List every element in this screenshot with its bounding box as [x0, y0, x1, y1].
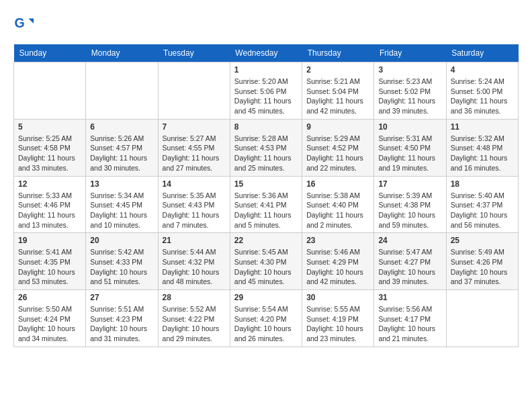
day-info: Sunrise: 5:24 AMSunset: 5:00 PMDaylight:… — [451, 77, 514, 116]
calendar-cell: 2Sunrise: 5:21 AMSunset: 5:04 PMDaylight… — [302, 62, 374, 120]
day-info: Sunrise: 5:20 AMSunset: 5:06 PMDaylight:… — [234, 77, 298, 116]
day-number: 2 — [306, 65, 369, 75]
day-number: 15 — [234, 179, 298, 189]
day-info: Sunrise: 5:34 AMSunset: 4:45 PMDaylight:… — [90, 191, 153, 230]
calendar-cell: 6Sunrise: 5:26 AMSunset: 4:57 PMDaylight… — [86, 119, 158, 176]
calendar-cell: 13Sunrise: 5:34 AMSunset: 4:45 PMDayligh… — [86, 176, 158, 233]
calendar-cell: 19Sunrise: 5:41 AMSunset: 4:35 PMDayligh… — [14, 233, 86, 290]
day-info: Sunrise: 5:40 AMSunset: 4:37 PMDaylight:… — [451, 191, 514, 230]
day-info: Sunrise: 5:55 AMSunset: 4:19 PMDaylight:… — [306, 304, 369, 344]
calendar-cell: 15Sunrise: 5:36 AMSunset: 4:41 PMDayligh… — [230, 176, 302, 233]
day-info: Sunrise: 5:51 AMSunset: 4:23 PMDaylight:… — [90, 304, 153, 344]
day-number: 9 — [306, 122, 369, 132]
day-number: 22 — [234, 236, 298, 245]
day-info: Sunrise: 5:27 AMSunset: 4:55 PMDaylight:… — [163, 134, 226, 173]
day-number: 31 — [378, 293, 441, 302]
day-info: Sunrise: 5:35 AMSunset: 4:43 PMDaylight:… — [163, 191, 226, 230]
calendar-cell: 18Sunrise: 5:40 AMSunset: 4:37 PMDayligh… — [446, 176, 518, 233]
calendar-cell: 16Sunrise: 5:38 AMSunset: 4:40 PMDayligh… — [302, 176, 374, 233]
day-number: 30 — [306, 293, 369, 302]
day-number: 10 — [378, 122, 441, 132]
day-info: Sunrise: 5:38 AMSunset: 4:40 PMDaylight:… — [306, 191, 369, 230]
day-number: 29 — [234, 293, 298, 302]
calendar-cell: 31Sunrise: 5:56 AMSunset: 4:17 PMDayligh… — [374, 290, 446, 347]
calendar-cell: 25Sunrise: 5:49 AMSunset: 4:26 PMDayligh… — [446, 233, 518, 290]
day-info: Sunrise: 5:32 AMSunset: 4:48 PMDaylight:… — [451, 134, 514, 173]
calendar-cell: 21Sunrise: 5:44 AMSunset: 4:32 PMDayligh… — [158, 233, 230, 290]
day-info: Sunrise: 5:42 AMSunset: 4:33 PMDaylight:… — [90, 247, 153, 287]
svg-marker-1 — [29, 19, 34, 24]
calendar-cell — [14, 62, 86, 120]
day-info: Sunrise: 5:25 AMSunset: 4:58 PMDaylight:… — [18, 134, 81, 173]
day-info: Sunrise: 5:28 AMSunset: 4:53 PMDaylight:… — [234, 134, 298, 173]
calendar-cell: 22Sunrise: 5:45 AMSunset: 4:30 PMDayligh… — [230, 233, 302, 290]
day-number: 13 — [90, 179, 153, 189]
day-number: 5 — [18, 122, 81, 132]
day-number: 23 — [306, 236, 369, 245]
calendar-cell: 9Sunrise: 5:29 AMSunset: 4:52 PMDaylight… — [302, 119, 374, 176]
day-number: 28 — [163, 293, 226, 302]
calendar-cell: 5Sunrise: 5:25 AMSunset: 4:58 PMDaylight… — [14, 119, 86, 176]
calendar-week-row: 12Sunrise: 5:33 AMSunset: 4:46 PMDayligh… — [14, 176, 519, 233]
day-info: Sunrise: 5:44 AMSunset: 4:32 PMDaylight:… — [163, 247, 226, 287]
weekday-header-monday: Monday — [86, 44, 158, 62]
calendar-cell: 3Sunrise: 5:23 AMSunset: 5:02 PMDaylight… — [374, 62, 446, 120]
weekday-header-sunday: Sunday — [14, 44, 86, 62]
day-number: 4 — [451, 65, 514, 75]
day-info: Sunrise: 5:31 AMSunset: 4:50 PMDaylight:… — [378, 134, 441, 173]
day-number: 26 — [18, 293, 81, 302]
calendar-cell: 20Sunrise: 5:42 AMSunset: 4:33 PMDayligh… — [86, 233, 158, 290]
day-number: 24 — [378, 236, 441, 245]
calendar-header-row: SundayMondayTuesdayWednesdayThursdayFrid… — [14, 44, 519, 62]
calendar-cell: 28Sunrise: 5:52 AMSunset: 4:22 PMDayligh… — [158, 290, 230, 347]
day-number: 19 — [18, 236, 81, 245]
calendar-cell: 23Sunrise: 5:46 AMSunset: 4:29 PMDayligh… — [302, 233, 374, 290]
calendar-week-row: 1Sunrise: 5:20 AMSunset: 5:06 PMDaylight… — [14, 62, 519, 120]
calendar-cell — [86, 62, 158, 120]
calendar-week-row: 5Sunrise: 5:25 AMSunset: 4:58 PMDaylight… — [14, 119, 519, 176]
day-info: Sunrise: 5:41 AMSunset: 4:35 PMDaylight:… — [18, 247, 81, 287]
calendar-cell: 17Sunrise: 5:39 AMSunset: 4:38 PMDayligh… — [374, 176, 446, 233]
weekday-header-saturday: Saturday — [446, 44, 518, 62]
day-info: Sunrise: 5:46 AMSunset: 4:29 PMDaylight:… — [306, 247, 369, 287]
day-number: 8 — [234, 122, 298, 132]
day-info: Sunrise: 5:50 AMSunset: 4:24 PMDaylight:… — [18, 304, 81, 344]
day-number: 20 — [90, 236, 153, 245]
calendar-cell: 27Sunrise: 5:51 AMSunset: 4:23 PMDayligh… — [86, 290, 158, 347]
day-number: 12 — [18, 179, 81, 189]
day-info: Sunrise: 5:23 AMSunset: 5:02 PMDaylight:… — [378, 77, 441, 116]
day-number: 7 — [163, 122, 226, 132]
page-header: G — [13, 13, 519, 34]
weekday-header-tuesday: Tuesday — [158, 44, 230, 62]
calendar-cell: 24Sunrise: 5:47 AMSunset: 4:27 PMDayligh… — [374, 233, 446, 290]
day-number: 11 — [451, 122, 514, 132]
calendar-cell: 8Sunrise: 5:28 AMSunset: 4:53 PMDaylight… — [230, 119, 302, 176]
logo-icon: G — [13, 13, 34, 34]
day-info: Sunrise: 5:21 AMSunset: 5:04 PMDaylight:… — [306, 77, 369, 116]
day-number: 14 — [163, 179, 226, 189]
day-number: 6 — [90, 122, 153, 132]
calendar-cell: 4Sunrise: 5:24 AMSunset: 5:00 PMDaylight… — [446, 62, 518, 120]
day-number: 17 — [378, 179, 441, 189]
weekday-header-friday: Friday — [374, 44, 446, 62]
day-info: Sunrise: 5:33 AMSunset: 4:46 PMDaylight:… — [18, 191, 81, 230]
calendar-cell: 30Sunrise: 5:55 AMSunset: 4:19 PMDayligh… — [302, 290, 374, 347]
weekday-header-thursday: Thursday — [302, 44, 374, 62]
weekday-header-wednesday: Wednesday — [230, 44, 302, 62]
calendar-cell: 10Sunrise: 5:31 AMSunset: 4:50 PMDayligh… — [374, 119, 446, 176]
day-number: 16 — [306, 179, 369, 189]
day-number: 27 — [90, 293, 153, 302]
day-number: 3 — [378, 65, 441, 75]
calendar-cell: 29Sunrise: 5:54 AMSunset: 4:20 PMDayligh… — [230, 290, 302, 347]
day-info: Sunrise: 5:52 AMSunset: 4:22 PMDaylight:… — [163, 304, 226, 344]
day-info: Sunrise: 5:26 AMSunset: 4:57 PMDaylight:… — [90, 134, 153, 173]
day-number: 18 — [451, 179, 514, 189]
day-info: Sunrise: 5:47 AMSunset: 4:27 PMDaylight:… — [378, 247, 441, 287]
logo: G — [13, 13, 36, 34]
calendar-cell — [446, 290, 518, 347]
day-info: Sunrise: 5:45 AMSunset: 4:30 PMDaylight:… — [234, 247, 298, 287]
calendar-cell: 7Sunrise: 5:27 AMSunset: 4:55 PMDaylight… — [158, 119, 230, 176]
calendar-week-row: 26Sunrise: 5:50 AMSunset: 4:24 PMDayligh… — [14, 290, 519, 347]
calendar-cell: 12Sunrise: 5:33 AMSunset: 4:46 PMDayligh… — [14, 176, 86, 233]
calendar-cell: 26Sunrise: 5:50 AMSunset: 4:24 PMDayligh… — [14, 290, 86, 347]
